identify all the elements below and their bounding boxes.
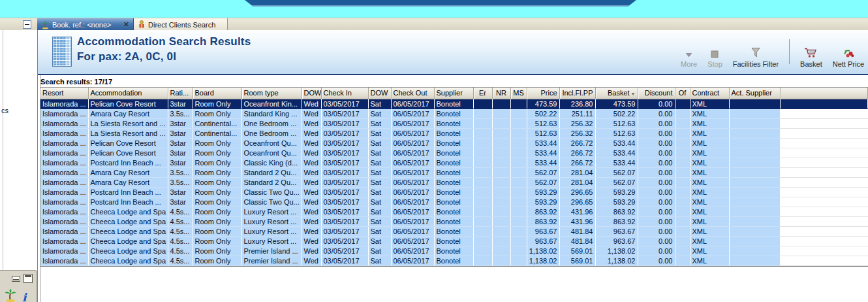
stop-button[interactable]: Stop: [706, 37, 724, 68]
cell-supplier: Bonotel: [434, 177, 473, 187]
maximize-panel-button[interactable]: [23, 274, 33, 283]
column-header-room_type[interactable]: Room type: [241, 88, 302, 99]
column-header-rating[interactable]: Rati...: [168, 88, 193, 99]
cell-resort: Islamorada ...: [40, 118, 88, 128]
cell-filler: [780, 167, 868, 177]
cell-ms: [510, 99, 527, 109]
column-header-supplier[interactable]: Supplier: [434, 88, 473, 99]
table-row[interactable]: Islamorada ...Cheeca Lodge and Spa4.5s..…: [40, 246, 868, 256]
column-header-basket[interactable]: Basket▼: [595, 88, 638, 99]
table-row[interactable]: Islamorada ...Postcard Inn Beach ...3sta…: [40, 197, 868, 207]
minimize-panel-button[interactable]: [12, 276, 20, 282]
cell-board: Room Only: [193, 109, 241, 118]
cell-basket: 562.07: [595, 167, 638, 177]
cell-rating: 3star: [168, 128, 193, 138]
cell-filler: [780, 256, 868, 265]
cell-act_supplier: [729, 216, 780, 226]
cell-incl_fl_pp: 281.04: [559, 167, 595, 177]
cell-check_in: 03/05/2017: [321, 118, 368, 128]
column-header-discount[interactable]: Discount: [638, 88, 675, 99]
cell-resort: Islamorada ...: [40, 187, 88, 197]
table-row[interactable]: Islamorada ...Amara Cay Resort3.5s...Roo…: [40, 177, 868, 187]
basket-button[interactable]: Basket: [799, 37, 824, 68]
cell-rating: 3.5s...: [168, 167, 193, 177]
cell-dow_in: Wed: [302, 148, 321, 158]
column-header-contract[interactable]: Contract: [690, 88, 729, 99]
table-row[interactable]: Islamorada ...Amara Cay Resort3.5s...Roo…: [40, 109, 868, 118]
cell-incl_fl_pp: 251.11: [559, 109, 595, 118]
cell-basket: 963.67: [595, 236, 638, 246]
info-icon[interactable]: i: [22, 292, 26, 302]
cell-basket: 533.44: [595, 138, 638, 148]
cell-act_supplier: [729, 99, 780, 109]
nett-price-button[interactable]: Nett Price: [831, 37, 865, 68]
close-icon[interactable]: ✕: [123, 21, 129, 28]
cell-of: [675, 246, 690, 256]
left-sidebar: [0, 30, 37, 270]
facilities-filter-button[interactable]: Facilities Filter: [732, 37, 780, 68]
cell-basket: 963.67: [595, 226, 638, 236]
palm-tree-icon[interactable]: [4, 289, 17, 302]
tab-booking-ref[interactable]: Book. ref.: <none> ✕: [37, 18, 134, 31]
column-header-dow_out[interactable]: DOW: [368, 88, 391, 99]
table-row[interactable]: Islamorada ...Pelican Cove Resort3starRo…: [40, 138, 868, 148]
cell-filler: [780, 138, 868, 148]
cell-board: Room Only: [193, 197, 241, 207]
cell-nr: [492, 177, 510, 187]
column-header-incl_fl_pp[interactable]: Incl.Fl.PP: [559, 88, 595, 99]
tab-bar: Book. ref.: <none> ✕ Direct Clients Sear…: [0, 18, 868, 30]
cell-of: [675, 236, 690, 246]
cell-discount: 0.00: [638, 177, 675, 187]
cell-incl_fl_pp: 569.01: [559, 256, 595, 265]
more-button[interactable]: More: [679, 37, 698, 68]
cell-contract: XML: [690, 207, 729, 216]
column-header-nr[interactable]: NR: [492, 88, 510, 99]
toolbar-item-label: Facilities Filter: [733, 60, 779, 68]
column-header-board[interactable]: Board: [193, 88, 241, 99]
cell-rating: 3star: [168, 187, 193, 197]
table-row[interactable]: Islamorada ...Pelican Cove Resort3starRo…: [40, 99, 868, 109]
table-row[interactable]: Islamorada ...Postcard Inn Beach ...3sta…: [40, 158, 868, 167]
table-row[interactable]: Islamorada ...Cheeca Lodge and Spa4.5s..…: [40, 207, 868, 216]
cell-contract: XML: [690, 148, 729, 158]
cell-incl_fl_pp: 481.84: [559, 226, 595, 236]
cell-filler: [780, 197, 868, 207]
cell-ms: [510, 148, 527, 158]
table-row[interactable]: Islamorada ...Cheeca Lodge and Spa4.5s..…: [40, 216, 868, 226]
table-row[interactable]: Islamorada ...Cheeca Lodge and Spa4.5s..…: [40, 226, 868, 236]
cell-price: 863.92: [527, 216, 559, 226]
column-header-price[interactable]: Price: [527, 88, 559, 99]
table-row[interactable]: Islamorada ...Pelican Cove Resort3starRo…: [40, 148, 868, 158]
cell-nr: [492, 256, 510, 265]
table-row[interactable]: Islamorada ...Postcard Inn Beach ...3sta…: [40, 187, 868, 197]
cell-rating: 4.5s...: [168, 256, 193, 265]
cell-contract: XML: [690, 167, 729, 177]
cell-er: [473, 177, 492, 187]
column-header-er[interactable]: Er: [473, 88, 492, 99]
cell-basket: 593.29: [595, 197, 638, 207]
cell-supplier: Bonotel: [434, 109, 473, 118]
column-header-dow_in[interactable]: DOW: [302, 88, 321, 99]
cell-act_supplier: [729, 158, 780, 167]
cell-board: Room Only: [193, 148, 241, 158]
tab-direct-clients-search[interactable]: Direct Clients Search: [134, 18, 228, 31]
cell-accommodation: Pelican Cove Resort: [88, 138, 168, 148]
sidebar-collapse-button[interactable]: [23, 20, 31, 29]
column-header-of[interactable]: Of: [675, 88, 690, 99]
cell-board: Room Only: [193, 167, 241, 177]
column-header-resort[interactable]: Resort: [40, 88, 88, 99]
column-header-act_supplier[interactable]: Act. Supplier: [729, 88, 780, 99]
column-header-check_in[interactable]: Check In: [321, 88, 368, 99]
table-row[interactable]: Islamorada ...La Siesta Resort and ...3s…: [40, 128, 868, 138]
table-row[interactable]: Islamorada ...La Siesta Resort and ...3s…: [40, 118, 868, 128]
cell-room_type: Luxury Resort ...: [241, 216, 302, 226]
cell-of: [675, 118, 690, 128]
table-row[interactable]: Islamorada ...Cheeca Lodge and Spa4.5s..…: [40, 256, 868, 265]
cell-board: Room Only: [193, 246, 241, 256]
cell-incl_fl_pp: 256.32: [559, 128, 595, 138]
column-header-check_out[interactable]: Check Out: [391, 88, 434, 99]
column-header-accommodation[interactable]: Accommodation: [88, 88, 168, 99]
table-row[interactable]: Islamorada ...Cheeca Lodge and Spa4.5s..…: [40, 236, 868, 246]
column-header-ms[interactable]: MS: [510, 88, 527, 99]
table-row[interactable]: Islamorada ...Amara Cay Resort3.5s...Roo…: [40, 167, 868, 177]
